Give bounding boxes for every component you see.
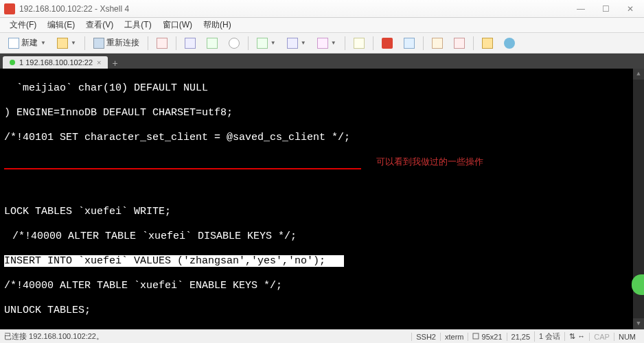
status-size: 95x21 (468, 333, 506, 341)
maximize-button[interactable]: ☐ (596, 3, 615, 15)
menu-edit[interactable]: 编辑(E) (42, 18, 80, 32)
menu-tools[interactable]: 工具(T) (119, 18, 157, 32)
reconnect-icon (93, 38, 104, 49)
session-tab[interactable]: 1 192.168.100.102:22 × (3, 56, 108, 69)
annotation-text: 可以看到我做过的一些操作 (376, 156, 483, 167)
status-num: NUM (614, 333, 640, 341)
status-cap: CAP (589, 333, 614, 341)
terminal-line: /*!40101 SET character_set_client = @sav… (4, 132, 640, 144)
toolbar-separator (345, 36, 345, 50)
terminal-line: INSERT INTO `xuefei` VALUES ('zhangsan',… (4, 255, 640, 268)
toolbar-separator (248, 36, 249, 50)
copy-icon (185, 38, 196, 49)
copy-button[interactable] (181, 36, 200, 51)
xftp-button[interactable] (400, 36, 419, 51)
new-icon (8, 38, 19, 49)
close-button[interactable]: ✕ (621, 3, 640, 15)
encoding-icon (317, 38, 328, 49)
highlighted-insert-line: INSERT INTO `xuefei` VALUES ('zhangsan',… (4, 255, 344, 267)
toolbar-separator (176, 36, 176, 50)
red-underline (4, 168, 361, 169)
paste-icon (207, 38, 218, 49)
find-button[interactable] (225, 36, 244, 51)
xftp-icon (404, 38, 415, 49)
quickcmd-icon (454, 38, 465, 49)
open-button[interactable]: ▼ (53, 36, 80, 51)
size-icon (472, 333, 479, 340)
status-cursor: 21,25 (507, 333, 535, 341)
color-icon (257, 38, 268, 49)
color-button[interactable]: ▼ (253, 36, 280, 51)
titlebar: 192.168.100.102:22 - Xshell 4 — ☐ ✕ (0, 0, 644, 18)
terminal-line: /*!40000 ALTER TABLE `xuefei` DISABLE KE… (4, 230, 640, 243)
status-signal: ⇅ ↔ (564, 332, 589, 341)
paste-button[interactable] (203, 36, 222, 51)
terminal-line: /*!40000 ALTER TABLE `xuefei` ENABLE KEY… (4, 280, 640, 292)
minimize-button[interactable]: — (571, 3, 590, 15)
toolbar-separator (473, 36, 474, 50)
close-tab-icon[interactable]: × (97, 58, 101, 67)
xshell-button[interactable] (378, 36, 397, 51)
statusbar: 已连接 192.168.100.102:22。 SSH2 xterm 95x21… (0, 329, 644, 343)
toolbar-separator (84, 36, 85, 50)
window-title: 192.168.100.102:22 - Xshell 4 (19, 4, 571, 14)
encoding-button[interactable]: ▼ (313, 36, 341, 51)
dropdown-icon: ▼ (301, 40, 306, 46)
terminal-line: ) ENGINE=InnoDB DEFAULT CHARSET=utf8; (4, 107, 640, 119)
xshell-icon (382, 38, 393, 49)
dropdown-icon: ▼ (271, 40, 276, 46)
tabbar: 1 192.168.100.102:22 × + (0, 54, 644, 69)
terminal-line: `meijiao` char(10) DEFAULT NULL (4, 82, 640, 95)
window-controls: — ☐ ✕ (571, 3, 640, 15)
toolbar-separator (373, 36, 373, 50)
menu-help[interactable]: 帮助(H) (198, 18, 237, 32)
properties-icon (157, 38, 168, 49)
new-button[interactable]: 新建▼ (4, 35, 50, 51)
status-sessions: 1 会话 (534, 331, 564, 342)
terminal-line: UNLOCK TABLES; (4, 305, 640, 317)
svg-rect-0 (473, 333, 479, 339)
key-icon (482, 38, 493, 49)
dropdown-icon: ▼ (331, 40, 336, 46)
fullscreen-button[interactable] (349, 36, 369, 51)
connected-icon (10, 60, 15, 65)
font-button[interactable]: ▼ (283, 36, 310, 51)
menubar: 文件(F) 编辑(E) 查看(V) 工具(T) 窗口(W) 帮助(H) (0, 18, 644, 33)
toolbar-separator (148, 36, 148, 50)
toolbar-separator (423, 36, 424, 50)
status-protocol: SSH2 (411, 333, 440, 341)
status-term: xterm (440, 333, 468, 341)
fullscreen-icon (354, 38, 365, 49)
reconnect-button[interactable]: 重新连接 (89, 35, 143, 51)
reconnect-label: 重新连接 (106, 37, 139, 49)
menu-view[interactable]: 查看(V) (80, 18, 119, 32)
help-icon (504, 38, 515, 49)
script-button[interactable] (428, 36, 447, 51)
status-connection: 已连接 192.168.100.102:22。 (4, 331, 104, 342)
new-label: 新建 (21, 37, 38, 49)
terminal-line (4, 156, 640, 169)
dropdown-icon: ▼ (41, 40, 46, 46)
key-button[interactable] (478, 36, 497, 51)
session-tab-label: 1 192.168.100.102:22 (19, 58, 93, 67)
menu-file[interactable]: 文件(F) (4, 18, 42, 32)
find-icon (229, 38, 240, 49)
scroll-up-icon[interactable]: ▲ (633, 69, 644, 80)
terminal-line (4, 181, 640, 193)
menu-window[interactable]: 窗口(W) (157, 18, 198, 32)
terminal[interactable]: `meijiao` char(10) DEFAULT NULL ) ENGINE… (0, 69, 644, 329)
script-icon (432, 38, 443, 49)
scroll-down-icon[interactable]: ▼ (633, 318, 644, 329)
toolbar: 新建▼ ▼ 重新连接 ▼ ▼ ▼ (0, 33, 644, 54)
font-icon (287, 38, 298, 49)
terminal-line: LOCK TABLES `xuefei` WRITE; (4, 206, 640, 218)
add-tab-button[interactable]: + (108, 58, 122, 69)
app-icon (4, 3, 15, 14)
help-button[interactable] (500, 36, 519, 51)
dropdown-icon: ▼ (71, 40, 76, 46)
properties-button[interactable] (152, 36, 172, 51)
quickcmd-button[interactable] (450, 36, 469, 51)
folder-icon (57, 38, 68, 49)
